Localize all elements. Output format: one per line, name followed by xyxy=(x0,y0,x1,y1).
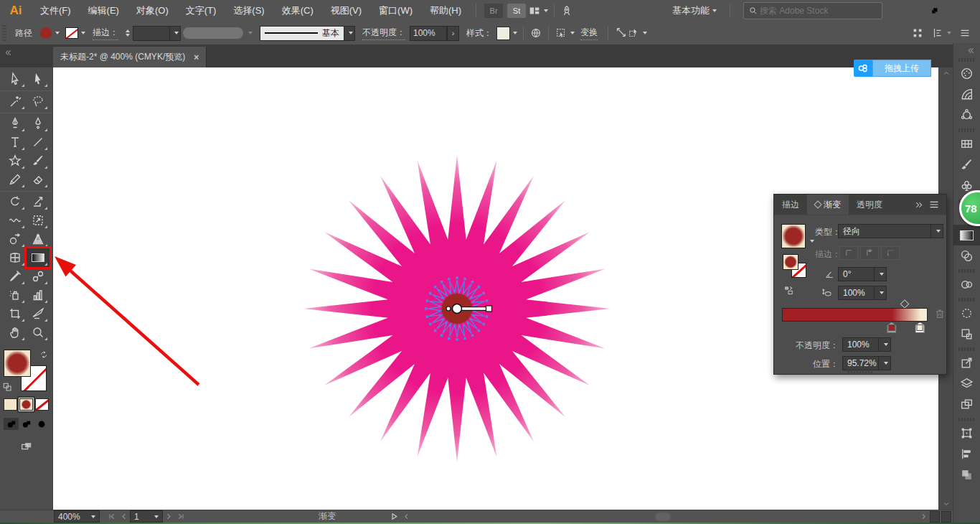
menu-item[interactable]: 帮助(H) xyxy=(421,0,470,22)
tool-perspective-grid[interactable] xyxy=(27,230,50,248)
profile-dropdown[interactable] xyxy=(344,26,355,41)
panel-tab-透明度[interactable]: 透明度 xyxy=(849,195,890,215)
scroll-up-icon[interactable] xyxy=(942,69,951,78)
gradient-stop[interactable] xyxy=(915,322,925,333)
workspace-switcher[interactable]: 基本功能 xyxy=(665,4,724,17)
tool-selection[interactable] xyxy=(4,70,27,88)
document-setup-icon[interactable] xyxy=(529,27,542,39)
draw-normal-icon[interactable] xyxy=(4,418,19,430)
menu-item[interactable]: 对象(O) xyxy=(128,0,177,22)
close-button[interactable] xyxy=(950,0,980,22)
stroke-weight-label[interactable]: 描边： xyxy=(93,27,118,40)
draw-inside-icon[interactable] xyxy=(34,418,49,430)
first-artboard-icon[interactable] xyxy=(107,512,116,521)
arrange-documents-icon[interactable] xyxy=(528,4,541,17)
tool-eraser[interactable] xyxy=(27,170,50,189)
tool-free-transform[interactable] xyxy=(27,211,50,230)
panel-icon-recolor-artwork[interactable] xyxy=(953,105,980,126)
menu-item[interactable]: 文字(T) xyxy=(177,0,225,22)
bridge-button[interactable]: Br xyxy=(484,4,503,18)
dock-group-handle[interactable] xyxy=(958,298,976,301)
stroke-weight-stepper[interactable] xyxy=(126,29,130,37)
gradient-along-stroke-icon[interactable] xyxy=(860,246,879,260)
stop-opacity-select[interactable]: 100% xyxy=(842,337,891,352)
tool-width[interactable] xyxy=(4,211,27,230)
menu-item[interactable]: 选择(S) xyxy=(225,0,273,22)
stop-location-select[interactable]: 95.72% xyxy=(842,356,891,370)
gradient-button[interactable] xyxy=(19,398,33,411)
style-swatch[interactable] xyxy=(496,27,510,40)
tool-paintbrush[interactable] xyxy=(27,151,50,170)
tool-pen[interactable] xyxy=(4,114,27,133)
tool-rotate[interactable] xyxy=(4,192,27,211)
brush-definition-dropdown[interactable] xyxy=(183,27,243,39)
gradient-swatch-dropdown-icon[interactable] xyxy=(810,240,814,243)
align-options-icon[interactable] xyxy=(931,27,944,39)
tool-gradient[interactable] xyxy=(27,248,50,267)
tool-shape-builder[interactable] xyxy=(4,230,27,248)
dock-group-handle[interactable] xyxy=(958,58,976,62)
screen-mode-icon[interactable] xyxy=(19,440,34,453)
tool-curvature[interactable] xyxy=(27,114,50,133)
reverse-gradient-icon[interactable] xyxy=(783,284,795,296)
panel-icon-color-panel[interactable] xyxy=(953,63,980,84)
stock-search[interactable] xyxy=(743,2,882,19)
tool-mesh[interactable] xyxy=(4,248,27,267)
next-artboard-icon[interactable] xyxy=(164,512,174,521)
panel-icon-pathfinder[interactable] xyxy=(953,464,980,485)
expand-panel-icon[interactable] xyxy=(914,200,923,210)
stroke-weight-field[interactable] xyxy=(133,26,170,41)
artboard-select[interactable]: 1 xyxy=(130,510,163,523)
tool-eyedropper[interactable] xyxy=(4,267,27,286)
tool-direct-selection[interactable] xyxy=(27,70,50,88)
draw-behind-icon[interactable] xyxy=(19,418,34,430)
panel-icon-export[interactable] xyxy=(953,352,980,373)
drag-upload-widget[interactable]: 拖拽上传 xyxy=(854,60,931,77)
share-icon[interactable] xyxy=(560,4,573,17)
gradient-across-stroke-icon[interactable] xyxy=(881,246,900,260)
document-tab[interactable]: 未标题-2* @ 400% (CMYK/预览) × xyxy=(53,47,207,67)
panel-icon-artboards-panel[interactable] xyxy=(953,394,980,415)
panel-icon-brushes[interactable] xyxy=(953,154,980,175)
gradient-stop[interactable] xyxy=(887,322,896,333)
tool-artboard[interactable] xyxy=(4,304,27,323)
arrange-icon[interactable] xyxy=(627,27,640,39)
variable-width-profile[interactable]: 基本 xyxy=(260,26,344,41)
scroll-right-icon[interactable] xyxy=(919,512,928,521)
panel-tab-渐变[interactable]: 渐变 xyxy=(807,195,849,215)
menu-item[interactable]: 视图(V) xyxy=(322,0,370,22)
drag-handle[interactable] xyxy=(2,25,6,41)
collapse-dock-icon[interactable] xyxy=(953,43,980,55)
drag-upload-button[interactable]: 拖拽上传 xyxy=(872,60,931,77)
status-expand-icon[interactable] xyxy=(390,512,399,521)
panel-icon-cc-libraries[interactable] xyxy=(953,274,980,295)
netdisk-cloud-icon[interactable] xyxy=(854,60,872,77)
panel-icon-appearance[interactable] xyxy=(953,303,980,324)
dock-group-handle[interactable] xyxy=(958,347,976,351)
default-fill-stroke-icon[interactable] xyxy=(2,382,13,393)
stroke-weight-dropdown[interactable] xyxy=(170,26,181,41)
panel-icon-layers[interactable] xyxy=(953,373,980,394)
gradient-midpoint[interactable] xyxy=(900,299,909,309)
gradient-aspect-select[interactable]: 100% xyxy=(838,286,887,300)
tool-scale[interactable] xyxy=(27,192,50,211)
panel-fill-proxy[interactable] xyxy=(783,254,798,270)
menu-item[interactable]: 窗口(W) xyxy=(370,0,421,22)
menu-item[interactable]: 文件(F) xyxy=(32,0,80,22)
zoom-level-select[interactable]: 400% xyxy=(54,510,100,523)
delete-stop-icon[interactable] xyxy=(933,307,946,320)
none-button[interactable] xyxy=(35,398,49,411)
tool-line-segment[interactable] xyxy=(27,133,50,151)
tool-zoom[interactable] xyxy=(27,323,50,342)
menu-item[interactable]: 编辑(E) xyxy=(80,0,128,22)
minimize-button[interactable] xyxy=(890,0,920,22)
restore-button[interactable] xyxy=(920,0,950,22)
dock-group-handle[interactable] xyxy=(958,128,976,132)
swap-fill-stroke-icon[interactable] xyxy=(39,350,50,360)
stroke-color-control[interactable] xyxy=(65,27,85,39)
panel-menu-icon[interactable] xyxy=(928,198,941,211)
tool-slice[interactable] xyxy=(27,304,50,323)
panel-icon-graphic-styles[interactable] xyxy=(953,324,980,345)
panel-resize-handle[interactable] xyxy=(848,370,872,373)
panel-icon-align-panel[interactable] xyxy=(953,444,980,464)
